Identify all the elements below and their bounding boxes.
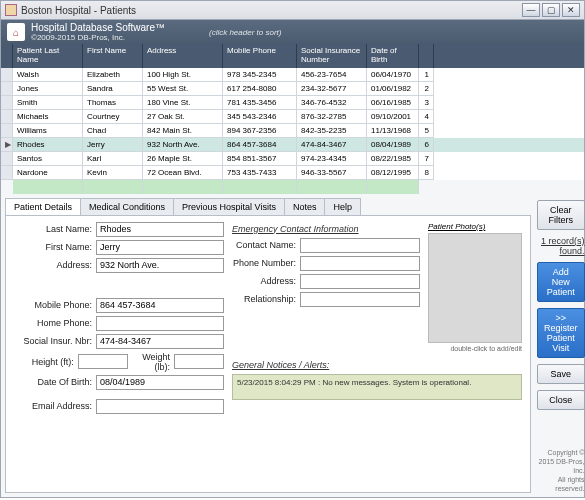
add-new-patient-button[interactable]: Add New Patient: [537, 262, 585, 302]
app-icon: [5, 4, 17, 16]
col-first-name[interactable]: First Name: [83, 44, 143, 68]
tab-medical-conditions[interactable]: Medical Conditions: [80, 198, 174, 215]
table-row[interactable]: ▶RhodesJerry932 North Ave.864 457-368447…: [1, 138, 584, 152]
notices-header: General Notices / Alerts:: [232, 360, 522, 370]
app-copyright-sub: ©2009-2015 DB-Pros, Inc.: [31, 33, 165, 42]
table-row[interactable]: SmithThomas180 Vine St.781 435-3456346-7…: [1, 96, 584, 110]
email-label: Email Address:: [14, 401, 92, 411]
address-label: Address:: [14, 260, 92, 270]
dob-input[interactable]: [96, 375, 224, 390]
address-input[interactable]: [96, 258, 224, 273]
ec-phone-label: Phone Number:: [232, 258, 296, 268]
mobile-input[interactable]: [96, 298, 224, 313]
ec-phone-input[interactable]: [300, 256, 420, 271]
table-row[interactable]: MichaelsCourtney27 Oak St.345 543-234687…: [1, 110, 584, 124]
window-titlebar: Boston Hospital - Patients — ▢ ✕: [0, 0, 585, 20]
weight-input[interactable]: [174, 354, 224, 369]
table-row[interactable]: WalshElizabeth100 High St.978 345-234545…: [1, 68, 584, 82]
email-input[interactable]: [96, 399, 224, 414]
home-input[interactable]: [96, 316, 224, 331]
table-row[interactable]: JonesSandra55 West St.617 254-8080234-32…: [1, 82, 584, 96]
close-window-button[interactable]: ✕: [562, 3, 580, 17]
first-name-label: First Name:: [14, 242, 92, 252]
patient-grid[interactable]: WalshElizabeth100 High St.978 345-234545…: [1, 68, 584, 180]
maximize-button[interactable]: ▢: [542, 3, 560, 17]
register-visit-button[interactable]: >> Register Patient Visit: [537, 308, 585, 358]
photo-box[interactable]: [428, 233, 522, 343]
app-title: Hospital Database Software™: [31, 22, 165, 33]
logo-icon: [7, 23, 25, 41]
save-button[interactable]: Save: [537, 364, 585, 384]
patient-details-panel: Last Name: First Name: Address: Mobile P…: [5, 215, 531, 493]
dob-label: Date Of Birth:: [14, 377, 92, 387]
col-dob[interactable]: Date of Birth: [367, 44, 419, 68]
records-found-label: 1 record(s) found.: [537, 236, 585, 256]
sort-hint: (click header to sort): [209, 28, 281, 37]
tab-help[interactable]: Help: [324, 198, 361, 215]
grid-header[interactable]: Patient Last Name First Name Address Mob…: [1, 44, 584, 68]
ec-addr-input[interactable]: [300, 274, 420, 289]
notices-box: 5/23/2015 8:04:29 PM : No new messages. …: [232, 374, 522, 400]
detail-tabs: Patient Details Medical Conditions Previ…: [5, 198, 531, 215]
ssn-input[interactable]: [96, 334, 224, 349]
ec-addr-label: Address:: [232, 276, 296, 286]
clear-filters-button[interactable]: Clear Filters: [537, 200, 585, 230]
ec-name-input[interactable]: [300, 238, 420, 253]
footer-copyright-2: All rights reserved.: [537, 475, 585, 493]
tab-patient-details[interactable]: Patient Details: [5, 198, 81, 215]
first-name-input[interactable]: [96, 240, 224, 255]
minimize-button[interactable]: —: [522, 3, 540, 17]
photo-label: Patient Photo(s): [428, 222, 522, 231]
height-label: Height (ft):: [14, 357, 74, 367]
ec-rel-input[interactable]: [300, 292, 420, 307]
ec-name-label: Contact Name:: [232, 240, 296, 250]
ec-rel-label: Relationship:: [232, 294, 296, 304]
col-mobile[interactable]: Mobile Phone: [223, 44, 297, 68]
footer-copyright-1: Copyright © 2015 DB-Pros, Inc.: [537, 448, 585, 475]
close-button[interactable]: Close: [537, 390, 585, 410]
col-last-name[interactable]: Patient Last Name: [13, 44, 83, 68]
home-label: Home Phone:: [14, 318, 92, 328]
window-title: Boston Hospital - Patients: [21, 5, 136, 16]
table-row[interactable]: WilliamsChad842 Main St.894 367-2356842-…: [1, 124, 584, 138]
sidebar: Clear Filters 1 record(s) found. Add New…: [537, 198, 585, 493]
mobile-label: Mobile Phone:: [14, 300, 92, 310]
table-row[interactable]: NardoneKevin72 Ocean Blvd.753 435-743394…: [1, 166, 584, 180]
last-name-input[interactable]: [96, 222, 224, 237]
tab-notes[interactable]: Notes: [284, 198, 326, 215]
emergency-contact-header: Emergency Contact Information: [232, 224, 420, 234]
col-address[interactable]: Address: [143, 44, 223, 68]
height-input[interactable]: [78, 354, 128, 369]
grid-filter-row[interactable]: [1, 180, 584, 194]
app-header: Hospital Database Software™ ©2009-2015 D…: [1, 20, 584, 68]
ssn-label: Social Insur. Nbr:: [14, 336, 92, 346]
col-ssn[interactable]: Social Insurance Number: [297, 44, 367, 68]
last-name-label: Last Name:: [14, 224, 92, 234]
table-row[interactable]: SantosKarl26 Maple St.854 851-3567974-23…: [1, 152, 584, 166]
tab-previous-visits[interactable]: Previous Hospital Visits: [173, 198, 285, 215]
photo-hint: double-click to add/edit: [428, 345, 522, 352]
weight-label: Weight (lb):: [132, 352, 170, 372]
